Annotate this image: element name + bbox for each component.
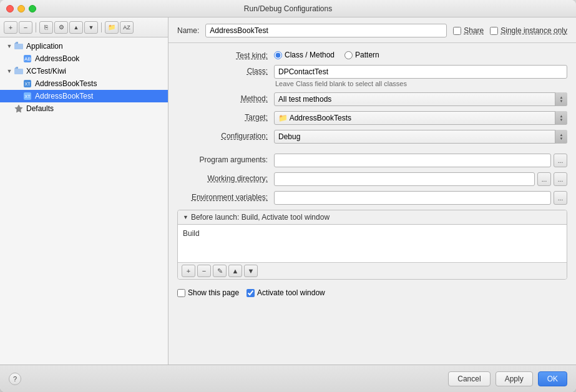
show-page-option[interactable]: Show this page	[177, 288, 239, 297]
ok-button[interactable]: OK	[538, 371, 567, 386]
apply-button[interactable]: Apply	[495, 371, 533, 386]
sidebar-item-addressbooktest[interactable]: XT AddressBookTest	[0, 90, 168, 102]
spacer-1	[177, 149, 567, 154]
settings-button[interactable]: ⚙	[54, 21, 68, 34]
program-arguments-input[interactable]	[274, 154, 551, 167]
svg-rect-5	[14, 69, 23, 74]
target-row: Target: 📁 AddressBookTests	[177, 111, 567, 125]
svg-text:XT: XT	[25, 82, 31, 86]
bottom-options: Show this page Activate tool window	[177, 285, 567, 301]
remove-config-button[interactable]: −	[19, 21, 32, 34]
help-button[interactable]: ?	[9, 373, 21, 385]
close-button[interactable]	[6, 5, 14, 12]
addressbook-icon: AB	[22, 54, 32, 64]
svg-text:XT: XT	[25, 94, 31, 99]
radio-pattern[interactable]	[344, 51, 353, 59]
activate-tool-window-label: Activate tool window	[257, 288, 325, 297]
before-launch-edit-button[interactable]: ✎	[213, 265, 227, 277]
cancel-button[interactable]: Cancel	[448, 371, 490, 386]
working-directory-browse2-button[interactable]: ...	[554, 172, 567, 186]
maximize-button[interactable]	[29, 5, 36, 12]
test-kind-label: Test kind:	[177, 49, 274, 60]
config-header: Name: Share Single instance only	[168, 17, 576, 43]
class-control: Leave Class field blank to select all cl…	[274, 65, 567, 87]
before-launch-header[interactable]: ▼ Before launch: Build, Activate tool wi…	[178, 210, 567, 225]
add-config-button[interactable]: +	[4, 21, 17, 34]
before-launch-list: Build	[178, 225, 567, 262]
single-instance-label: Single instance only	[500, 26, 567, 35]
configuration-row: Configuration: Debug	[177, 130, 567, 144]
sidebar-item-xctest-folder[interactable]: XCTest/Kiwi	[0, 65, 168, 77]
radio-pattern-label: Pattern	[355, 51, 379, 59]
radio-class-method-option[interactable]: Class / Method	[274, 51, 334, 59]
test-kind-radio-group: Class / Method Pattern	[274, 49, 567, 59]
xctest-folder-toggle[interactable]	[5, 67, 14, 76]
before-launch-move-down-button[interactable]: ▼	[244, 265, 258, 277]
xctest-folder-icon	[14, 66, 24, 76]
configuration-select-wrapper: Debug	[274, 130, 567, 144]
sidebar-item-addressbook[interactable]: AB AddressBook	[0, 52, 168, 65]
environment-variables-input[interactable]	[274, 191, 551, 205]
environment-variables-control: ...	[274, 191, 567, 205]
window-title: Run/Debug Configurations	[244, 4, 332, 13]
right-panel: Name: Share Single instance only Test ki…	[168, 17, 576, 365]
application-toggle[interactable]	[5, 42, 14, 51]
single-instance-checkbox[interactable]	[490, 27, 498, 35]
program-arguments-browse-button[interactable]: ...	[554, 154, 567, 167]
folder-button[interactable]: 📁	[105, 21, 119, 34]
environment-variables-label: Environment variables:	[177, 191, 274, 202]
target-select[interactable]: 📁 AddressBookTests	[274, 111, 567, 125]
copy-config-button[interactable]: ⎘	[39, 21, 53, 34]
share-checkbox[interactable]	[453, 27, 461, 35]
toolbar-sep-2	[101, 22, 102, 32]
test-kind-row: Test kind: Class / Method Pattern	[177, 49, 567, 60]
move-down-button[interactable]: ▼	[84, 21, 98, 34]
before-launch-toolbar: + − ✎ ▲ ▼	[178, 262, 567, 279]
application-folder-icon	[14, 41, 24, 51]
program-arguments-input-row: ...	[274, 154, 567, 167]
sort-button[interactable]: AZ	[120, 21, 134, 34]
class-label: Class:	[177, 65, 274, 76]
class-field-wrapper: Leave Class field blank to select all cl…	[274, 65, 567, 87]
target-label: Target:	[177, 111, 274, 122]
environment-variables-input-row: ...	[274, 191, 567, 205]
abtests-icon: XT	[22, 79, 32, 89]
configuration-select[interactable]: Debug	[274, 130, 567, 144]
before-launch-item-build: Build	[178, 227, 567, 240]
program-arguments-row: Program arguments: ...	[177, 154, 567, 167]
sidebar-item-application[interactable]: Application	[0, 40, 168, 52]
main-content: + − ⎘ ⚙ ▲ ▼ 📁 AZ Applicati	[0, 17, 576, 365]
before-launch-add-button[interactable]: +	[182, 265, 195, 277]
working-directory-input-row: ... ...	[274, 172, 567, 186]
before-launch-move-up-button[interactable]: ▲	[228, 265, 242, 277]
minimize-button[interactable]	[17, 5, 25, 12]
activate-tool-window-option[interactable]: Activate tool window	[247, 288, 325, 297]
class-input[interactable]	[274, 65, 567, 79]
before-launch-remove-button[interactable]: −	[197, 265, 211, 277]
sidebar-toolbar: + − ⎘ ⚙ ▲ ▼ 📁 AZ	[0, 17, 168, 37]
toolbar-sep-1	[36, 22, 36, 32]
environment-variables-browse-button[interactable]: ...	[554, 191, 567, 205]
method-label: Method:	[177, 92, 274, 103]
move-up-button[interactable]: ▲	[69, 21, 83, 34]
before-launch-section: ▼ Before launch: Build, Activate tool wi…	[177, 210, 567, 280]
sidebar-tree: Application AB AddressBook	[0, 37, 168, 365]
program-arguments-label: Program arguments:	[177, 154, 274, 164]
titlebar: Run/Debug Configurations	[0, 0, 576, 17]
radio-class-method[interactable]	[274, 51, 282, 59]
activate-tool-window-checkbox[interactable]	[247, 289, 255, 297]
show-page-checkbox[interactable]	[177, 289, 185, 297]
sidebar-item-addressbooktests[interactable]: XT AddressBookTests	[0, 77, 168, 90]
working-directory-input[interactable]	[274, 172, 535, 186]
before-launch-toggle-icon: ▼	[183, 214, 188, 220]
svg-rect-1	[14, 44, 18, 45]
method-select[interactable]: All test methods	[274, 92, 567, 106]
sidebar-item-defaults[interactable]: Defaults	[0, 102, 168, 115]
radio-pattern-option[interactable]: Pattern	[344, 51, 379, 59]
show-page-label: Show this page	[188, 288, 239, 297]
test-kind-control: Class / Method Pattern	[274, 49, 567, 59]
working-directory-browse1-button[interactable]: ...	[537, 172, 551, 186]
environment-variables-row: Environment variables: ...	[177, 191, 567, 205]
name-input[interactable]	[205, 24, 447, 37]
target-control: 📁 AddressBookTests	[274, 111, 567, 125]
